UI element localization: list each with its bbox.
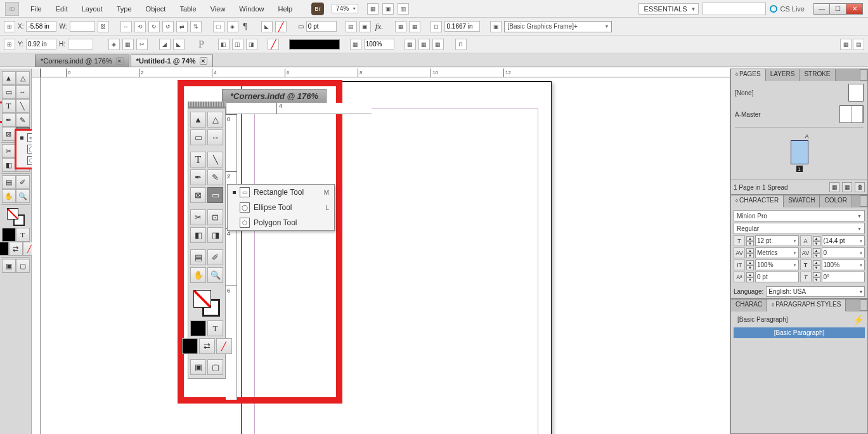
align-center-icon[interactable]: ◫	[232, 39, 243, 50]
panel-collapse-icon[interactable]	[860, 195, 867, 207]
quick-apply-icon[interactable]: ▦	[840, 39, 852, 50]
page-tool-lg[interactable]: ▭	[190, 129, 206, 145]
preview-view-icon[interactable]: ▢	[16, 259, 30, 273]
panel-collapse-icon[interactable]	[860, 69, 867, 81]
doc-tab-corners[interactable]: *Corners.indd @ 176% ✕	[35, 55, 129, 67]
gradient-feather-tool-lg[interactable]: ◨	[207, 227, 223, 243]
normal-view-icon[interactable]: ▣	[2, 259, 16, 273]
rect-frame-tool[interactable]: ⊠	[2, 127, 16, 141]
menu-object[interactable]: Object	[139, 3, 172, 15]
gap-tool[interactable]: ↔	[16, 85, 30, 99]
selection-tool-lg[interactable]: ▲	[190, 112, 206, 128]
line-tool-lg[interactable]: ╲	[207, 152, 223, 168]
text-wrap-none-icon[interactable]: ▦	[395, 21, 406, 32]
panel-collapse-icon[interactable]	[860, 299, 867, 311]
scale-x-icon[interactable]: ↔	[120, 21, 132, 32]
wrap-1-icon[interactable]: ▦	[405, 39, 416, 50]
opacity-field[interactable]	[364, 39, 394, 49]
type-tool-lg[interactable]: T	[190, 152, 206, 168]
gradient-swatch-tool-lg[interactable]: ◧	[190, 227, 206, 243]
type-tool[interactable]: T	[2, 99, 16, 113]
apply-color-icon[interactable]	[2, 228, 16, 242]
minimize-button[interactable]: —	[813, 3, 830, 15]
ref-point-icon[interactable]: ⊞	[4, 21, 15, 32]
swap-fill-icon[interactable]: ⇄	[9, 242, 23, 256]
search-input[interactable]	[703, 3, 766, 15]
transform-tool-lg[interactable]: ⊡	[207, 209, 223, 225]
apply-none-lg[interactable]: ╱	[216, 338, 232, 354]
menu-help[interactable]: Help	[271, 3, 299, 15]
flyout-rectangle-lg[interactable]: ▭ Rectangle Tool M	[228, 185, 334, 200]
menu-file[interactable]: File	[24, 3, 48, 15]
skew-field[interactable]: 0°	[822, 272, 865, 282]
fill-stroke-swatch[interactable]	[7, 208, 25, 226]
flyout-ellipse-lg[interactable]: ◯ Ellipse Tool L	[228, 200, 334, 215]
select-content-icon[interactable]: ◈	[227, 21, 238, 32]
normal-view-lg[interactable]: ▣	[190, 359, 206, 375]
tab-para-styles[interactable]: PARAGRAPH STYLES	[767, 299, 846, 312]
font-size-field[interactable]: 12 pt	[755, 235, 799, 246]
flip-v-icon[interactable]: ⇅	[190, 21, 202, 32]
ref-point-2-icon[interactable]: ⊞	[4, 39, 15, 50]
opacity-icon[interactable]: ▦	[350, 39, 361, 50]
screen-mode-icon[interactable]: ▣	[382, 3, 394, 15]
rect-tool-lg[interactable]: ▭	[207, 187, 223, 203]
language-select[interactable]: English: USA	[766, 286, 865, 297]
workspace-switcher[interactable]: ESSENTIALS	[638, 3, 699, 15]
tab-char-styles[interactable]: CHARAC	[731, 299, 767, 312]
tracking-field[interactable]: 0	[822, 247, 865, 258]
eyedropper-tool[interactable]: ✐	[16, 175, 30, 189]
menu-table[interactable]: Table	[173, 3, 202, 15]
fitting-field[interactable]	[444, 21, 480, 32]
fill-swatch-icon[interactable]: ◣	[261, 21, 273, 32]
vscale-field[interactable]: 100%	[755, 260, 799, 270]
apply-gradient-icon[interactable]: T	[16, 228, 30, 242]
fill-stroke-swatch-lg[interactable]	[193, 290, 220, 317]
select-container-icon[interactable]: ▢	[213, 21, 224, 32]
format-text-lg[interactable]: T	[207, 320, 223, 336]
close-tab-icon[interactable]: ✕	[200, 57, 207, 65]
document-canvas[interactable]: 0 2 4 6 8 10 12 *Corners.indd @ 176% 4 0…	[32, 69, 730, 434]
zoom-tool-lg[interactable]: 🔍	[207, 267, 223, 283]
delete-page-icon[interactable]: 🗑	[855, 182, 865, 192]
flip-h-icon[interactable]: ⇄	[176, 21, 188, 32]
cs-live-button[interactable]: CS Live	[770, 5, 805, 13]
align-left-icon[interactable]: ◧	[218, 39, 230, 50]
align-right-icon[interactable]: ◨	[246, 39, 257, 50]
stroke-swatch-icon[interactable]: ╱	[268, 39, 279, 50]
close-tab-icon[interactable]: ✕	[116, 57, 124, 65]
bridge-icon[interactable]: Br	[311, 3, 324, 15]
page-thumbnail[interactable]	[791, 140, 808, 164]
pages-none-master[interactable]: [None]	[735, 89, 753, 96]
hand-tool[interactable]: ✋	[2, 189, 16, 203]
default-fill-icon[interactable]	[0, 242, 9, 256]
vertical-ruler[interactable]	[32, 77, 41, 434]
rotate-cw-icon[interactable]: ↻	[148, 21, 160, 32]
panel-menu-icon[interactable]: ▤	[853, 39, 864, 50]
apply-color-lg[interactable]	[190, 320, 206, 336]
object-style-icon[interactable]: ▣	[490, 21, 502, 32]
pencil-tool-lg[interactable]: ✎	[207, 169, 223, 185]
tab-stroke[interactable]: STROKE	[800, 69, 835, 81]
stroke-weight-field[interactable]	[306, 21, 337, 32]
note-tool[interactable]: ▤	[2, 175, 16, 189]
tab-pages[interactable]: PAGES	[731, 69, 766, 81]
new-page-icon[interactable]: ▦	[842, 182, 852, 192]
swap-fill-lg[interactable]: ⇄	[199, 338, 215, 354]
stroke-style-icon[interactable]: ▤	[346, 21, 357, 32]
scissors-tool-lg[interactable]: ✂	[190, 209, 206, 225]
flyout-polygon-lg[interactable]: ⬡ Polygon Tool	[228, 215, 334, 230]
menu-edit[interactable]: Edit	[49, 3, 74, 15]
hand-tool-lg[interactable]: ✋	[190, 267, 206, 283]
text-wrap-bound-icon[interactable]: ▦	[409, 21, 420, 32]
page-tool[interactable]: ▭	[2, 85, 16, 99]
pages-a-master[interactable]: A-Master	[735, 111, 761, 118]
para-style-item[interactable]: [Basic Paragraph]	[734, 327, 865, 338]
rect-frame-tool-lg[interactable]: ⊠	[190, 187, 206, 203]
edit-page-size-icon[interactable]: ▦	[829, 182, 839, 192]
close-button[interactable]: ✕	[846, 3, 863, 15]
zoom-tool[interactable]: 🔍	[16, 189, 30, 203]
baseline-field[interactable]: 0 pt	[755, 272, 799, 282]
constrain-icon[interactable]: ⛓	[98, 21, 109, 32]
gap-tool-lg[interactable]: ↔	[207, 129, 223, 145]
